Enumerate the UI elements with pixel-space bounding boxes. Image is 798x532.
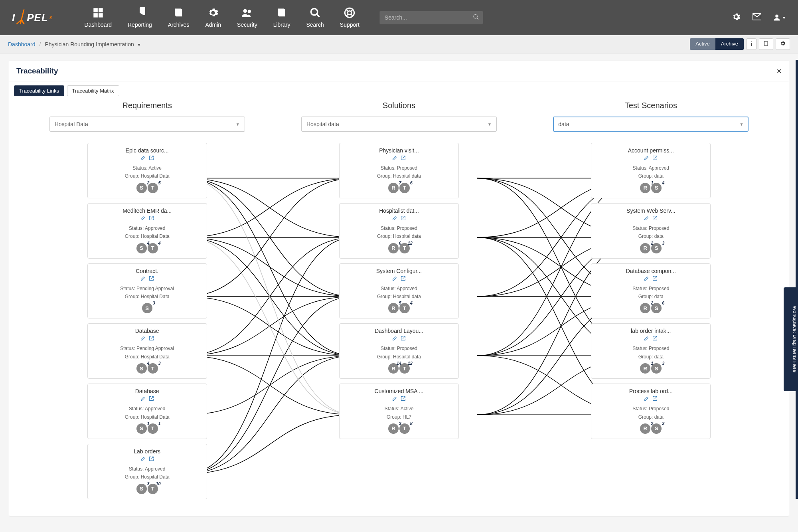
badge-T[interactable]: T6: [399, 183, 410, 193]
badge-S[interactable]: S3: [651, 243, 662, 253]
badge-T[interactable]: T10: [148, 484, 158, 494]
edit-icon[interactable]: [392, 396, 397, 402]
open-icon[interactable]: [401, 336, 406, 342]
edit-icon[interactable]: [392, 216, 397, 222]
badge-T[interactable]: T1: [148, 423, 158, 434]
edit-icon[interactable]: [140, 155, 146, 162]
nav-item-support[interactable]: Support: [340, 7, 359, 28]
open-icon[interactable]: [149, 155, 154, 162]
edit-icon[interactable]: [644, 155, 649, 162]
badge-R[interactable]: R5: [388, 303, 399, 313]
badge-R[interactable]: R7: [388, 183, 399, 193]
edit-icon[interactable]: [392, 276, 397, 282]
user-menu[interactable]: ▼: [773, 14, 786, 22]
badge-R[interactable]: R2: [640, 243, 650, 253]
card[interactable]: System Configur...Status: ApprovedGroup:…: [339, 263, 459, 319]
card[interactable]: Physician visit...Status: ProposedGroup:…: [339, 143, 459, 198]
card[interactable]: Hospitalist dat...Status: ProposedGroup:…: [339, 203, 459, 259]
card[interactable]: Database compon...Status: ProposedGroup:…: [591, 263, 711, 319]
open-icon[interactable]: [401, 276, 406, 282]
tab-matrix[interactable]: Traceability Matrix: [67, 85, 119, 96]
badge-R[interactable]: R1: [640, 363, 650, 374]
badge-S[interactable]: S3: [136, 484, 147, 494]
open-icon[interactable]: [652, 276, 658, 282]
edit-icon[interactable]: [392, 155, 397, 162]
card[interactable]: Account permiss...Status: ApprovedGroup:…: [591, 143, 711, 198]
sol-dropdown[interactable]: Hospital data▼: [301, 117, 497, 132]
badge-R[interactable]: R3: [388, 423, 399, 434]
req-dropdown[interactable]: Hospital Data▼: [49, 117, 245, 132]
edit-icon[interactable]: [644, 276, 649, 282]
edit-icon[interactable]: [140, 216, 146, 222]
open-icon[interactable]: [149, 336, 154, 342]
card[interactable]: DatabaseStatus: ApprovedGroup: Hospital …: [87, 384, 207, 439]
nav-item-search[interactable]: Search: [306, 7, 324, 28]
card[interactable]: System Web Serv...Status: ProposedGroup:…: [591, 203, 711, 259]
badge-T[interactable]: T5: [148, 183, 158, 193]
breadcrumb-current[interactable]: Physician Rounding Implementation ▼: [45, 41, 141, 47]
settings-button[interactable]: [776, 38, 790, 50]
badge-R[interactable]: R1: [640, 183, 650, 193]
badge-T[interactable]: T12: [399, 363, 410, 374]
edit-icon[interactable]: [140, 396, 146, 402]
info-button[interactable]: i: [746, 38, 757, 50]
card[interactable]: Dashboard Layou...Status: ProposedGroup:…: [339, 323, 459, 379]
edit-icon[interactable]: [140, 276, 146, 282]
scrollbar-track[interactable]: [796, 60, 798, 499]
open-icon[interactable]: [149, 396, 154, 402]
badge-T[interactable]: T3: [148, 363, 158, 374]
open-icon[interactable]: [401, 155, 406, 162]
badge-S[interactable]: S4: [136, 363, 147, 374]
library-button[interactable]: [759, 38, 773, 50]
badge-T[interactable]: T4: [399, 303, 410, 313]
badge-S[interactable]: S6: [651, 303, 662, 313]
edit-icon[interactable]: [644, 336, 649, 342]
badge-S[interactable]: S4: [136, 243, 147, 253]
badge-T[interactable]: T12: [399, 243, 410, 253]
badge-R[interactable]: R2: [640, 303, 650, 313]
close-icon[interactable]: ✕: [776, 67, 782, 75]
badge-T[interactable]: T4: [148, 243, 158, 253]
edit-icon[interactable]: [392, 336, 397, 342]
badge-T[interactable]: T8: [399, 423, 410, 434]
card[interactable]: Epic data sourc...Status: ActiveGroup: H…: [87, 143, 207, 198]
tab-links[interactable]: Traceability Links: [14, 85, 64, 96]
open-icon[interactable]: [149, 276, 154, 282]
card[interactable]: Contract.Status: Pending ApprovalGroup: …: [87, 263, 207, 319]
open-icon[interactable]: [652, 155, 658, 162]
edit-icon[interactable]: [140, 336, 146, 342]
badge-S[interactable]: S3: [651, 423, 662, 434]
mail-icon[interactable]: [753, 13, 761, 22]
edit-icon[interactable]: [644, 396, 649, 402]
card[interactable]: Meditech EMR da...Status: ApprovedGroup:…: [87, 203, 207, 259]
badge-R[interactable]: R14: [388, 363, 399, 374]
card[interactable]: lab order intak...Status: ProposedGroup:…: [591, 323, 711, 379]
badge-S[interactable]: S3: [651, 363, 662, 374]
nav-item-reporting[interactable]: Reporting: [128, 7, 152, 28]
breadcrumb-root[interactable]: Dashboard: [8, 41, 36, 47]
edit-icon[interactable]: [140, 456, 146, 463]
nav-item-dashboard[interactable]: Dashboard: [85, 7, 112, 28]
edit-icon[interactable]: [644, 216, 649, 222]
card[interactable]: Lab ordersStatus: ApprovedGroup: Hospita…: [87, 444, 207, 499]
badge-S[interactable]: S1: [136, 423, 147, 434]
nav-item-security[interactable]: Security: [237, 7, 257, 28]
open-icon[interactable]: [401, 396, 406, 402]
card[interactable]: DatabaseStatus: Pending ApprovalGroup: H…: [87, 323, 207, 379]
badge-S[interactable]: S4: [651, 183, 662, 193]
card[interactable]: Process lab ord...Status: ProposedGroup:…: [591, 384, 711, 439]
card[interactable]: Customized MSA ...Status: ActiveGroup: H…: [339, 384, 459, 439]
badge-S[interactable]: S2: [136, 183, 147, 193]
nav-item-archives[interactable]: Archives: [168, 7, 190, 28]
open-icon[interactable]: [652, 336, 658, 342]
badge-R[interactable]: R2: [640, 423, 650, 434]
badge-S[interactable]: S3: [142, 303, 152, 313]
tab-active[interactable]: Active: [690, 38, 715, 50]
open-icon[interactable]: [652, 216, 658, 222]
nav-item-admin[interactable]: Admin: [205, 7, 221, 28]
badge-R[interactable]: R6: [388, 243, 399, 253]
open-icon[interactable]: [149, 456, 154, 463]
search-icon[interactable]: [473, 14, 479, 22]
open-icon[interactable]: [149, 216, 154, 222]
search-input[interactable]: [379, 11, 483, 24]
